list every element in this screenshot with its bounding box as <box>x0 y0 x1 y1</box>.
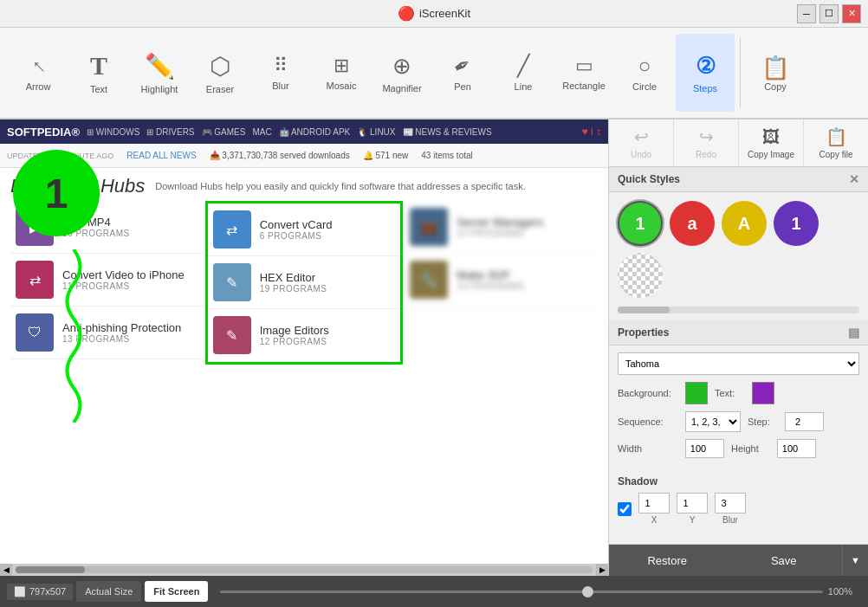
maximize-button[interactable]: ☐ <box>819 4 839 23</box>
tool-line[interactable]: ╱ Line <box>494 34 553 112</box>
close-button[interactable]: ✕ <box>842 4 861 23</box>
magnifier-icon: ⊕ <box>392 53 411 80</box>
scroll-thumb[interactable] <box>16 566 85 573</box>
font-row: Tahoma Arial Verdana <box>618 352 859 375</box>
shadow-blur-col: Blur <box>715 493 746 525</box>
nav-android[interactable]: 🤖 ANDROID APK <box>279 127 351 137</box>
style-purple[interactable]: 1 <box>774 201 819 246</box>
panel-spacer <box>609 532 868 544</box>
softpedia-logo: SOFTPEDIA® <box>7 126 80 139</box>
copy-icon: 📋 <box>761 55 789 81</box>
nav-linux[interactable]: 🐧 LINUX <box>357 127 395 137</box>
hub-col-middle: ⇄ Convert vCard 6 PROGRAMS ✎ HEX Editor … <box>205 201 404 365</box>
tool-text[interactable]: T Text <box>69 34 128 112</box>
shadow-x-input[interactable] <box>638 493 670 513</box>
style-green[interactable]: 1 <box>618 201 663 246</box>
hub-icon-antiphishing: 🛡 <box>16 313 54 352</box>
hub-name-server-managers: Server Managers <box>457 216 543 229</box>
redo-icon: ↪ <box>699 126 714 147</box>
sequence-select[interactable]: 1, 2, 3, A, B, C, a, b, c, <box>685 411 741 432</box>
tool-eraser[interactable]: ⬡ Eraser <box>191 34 249 112</box>
right-toolbar: ↩ Undo ↪ Redo 🖼 Copy Image 📋 Copy file <box>609 119 868 167</box>
copy-image-button[interactable]: 🖼 Copy Image <box>739 119 804 166</box>
hub-item-convert-video[interactable]: ⇄ Convert Video to iPhone 11 PROGRAMS <box>10 254 204 307</box>
tool-highlight[interactable]: ✏️ Highlight <box>130 34 189 112</box>
hub-item-server-managers[interactable]: 💼 Server Managers 14 PROGRAMS <box>405 201 598 254</box>
scroll-track[interactable] <box>16 566 593 573</box>
hub-count-image-editors: 12 PROGRAMS <box>260 337 329 346</box>
quick-styles-close-icon[interactable]: ✕ <box>849 172 859 186</box>
tool-highlight-label: Highlight <box>141 84 178 94</box>
style-red[interactable]: a <box>670 201 715 246</box>
tool-mosaic[interactable]: ⊞ Mosaic <box>312 34 371 112</box>
font-select[interactable]: Tahoma Arial Verdana <box>618 352 859 375</box>
nav-drivers[interactable]: ⊞ DRIVERS <box>146 127 194 137</box>
background-color-swatch[interactable] <box>685 382 708 404</box>
text-color-swatch[interactable] <box>752 382 774 404</box>
hub-icon-hex-editor: ✎ <box>213 263 251 301</box>
tool-steps-label: Steps <box>693 83 717 94</box>
copy-file-button[interactable]: 📋 Copy file <box>804 119 868 166</box>
hub-item-image-editors[interactable]: ✎ Image Editors 12 PROGRAMS <box>208 309 401 362</box>
style-checkerboard[interactable] <box>618 253 663 298</box>
quick-styles-scrollbar[interactable] <box>618 307 859 313</box>
save-button[interactable]: Save <box>726 545 843 576</box>
style-yellow[interactable]: A <box>722 201 767 246</box>
hub-icon-image-editors: ✎ <box>213 316 251 354</box>
window-controls[interactable]: ─ ☐ ✕ <box>797 4 861 23</box>
scroll-left-arrow[interactable]: ◀ <box>0 564 12 576</box>
tool-pen[interactable]: ✒ Pen <box>433 34 492 112</box>
hub-count-convert-vcard: 6 PROGRAMS <box>260 231 333 241</box>
shadow-blur-label: Blur <box>722 515 738 525</box>
nav-mac[interactable]: MAC <box>252 127 271 137</box>
save-more-button[interactable]: ▼ <box>842 545 868 576</box>
properties-collapse-icon[interactable]: ▤ <box>848 326 859 339</box>
hub-item-convert-vcard[interactable]: ⇄ Convert vCard 6 PROGRAMS <box>208 203 401 256</box>
height-input[interactable] <box>777 439 816 458</box>
main-toolbar: ↑ Arrow T Text ✏️ Highlight ⬡ Eraser ⠿ B… <box>0 28 868 119</box>
tool-magnifier-label: Magnifier <box>382 83 421 94</box>
hub-item-make-3gp[interactable]: 🔧 Make 3GP 10 PROGRAMS <box>405 254 598 307</box>
tool-circle[interactable]: ○ Circle <box>615 34 674 112</box>
fit-screen-button[interactable]: Fit Screen <box>145 581 208 602</box>
tool-arrow[interactable]: ↑ Arrow <box>9 34 68 112</box>
canvas-size: ⬜ 797x507 <box>7 584 73 600</box>
minimize-button[interactable]: ─ <box>797 4 816 23</box>
tool-rectangle[interactable]: ▭ Rectangle <box>554 34 613 112</box>
canvas-scrollbar[interactable]: ◀ ▶ <box>0 564 608 576</box>
shadow-y-input[interactable] <box>677 493 708 513</box>
zoom-slider-thumb[interactable] <box>582 586 593 597</box>
width-input[interactable] <box>685 439 724 458</box>
read-all-news[interactable]: READ ALL NEWS <box>126 151 196 160</box>
canvas-icon: ⬜ <box>14 586 26 597</box>
shadow-checkbox[interactable] <box>618 502 632 516</box>
tool-eraser-label: Eraser <box>206 84 234 94</box>
zoom-slider-track[interactable] <box>220 591 822 593</box>
nav-games[interactable]: 🎮 GAMES <box>202 127 246 137</box>
quick-styles-scrollbar-thumb[interactable] <box>618 307 670 313</box>
size-row: Width Height <box>618 439 859 458</box>
tool-magnifier[interactable]: ⊕ Magnifier <box>372 34 431 112</box>
hub-item-hex-editor[interactable]: ✎ HEX Editor 19 PROGRAMS <box>208 256 401 309</box>
actual-size-button[interactable]: Actual Size <box>76 581 141 602</box>
hub-name-make-3gp: Make 3GP <box>457 268 524 281</box>
canvas-area[interactable]: SOFTPEDIA® ⊞ WINDOWS ⊞ DRIVERS 🎮 GAMES M… <box>0 119 608 576</box>
shadow-blur-input[interactable] <box>715 493 746 513</box>
undo-button[interactable]: ↩ Undo <box>609 119 674 166</box>
tool-arrow-label: Arrow <box>26 81 51 92</box>
hub-item-antiphishing[interactable]: 🛡 Anti-phishing Protection 13 PROGRAMS <box>10 307 204 359</box>
step-input[interactable] <box>785 412 824 431</box>
nav-news[interactable]: 📰 NEWS & REVIEWS <box>403 127 492 137</box>
tool-steps[interactable]: ② Steps <box>676 34 735 112</box>
hub-info-hex-editor: HEX Editor 19 PROGRAMS <box>260 271 327 294</box>
copy-button[interactable]: 📋 Copy <box>746 34 805 112</box>
scroll-right-arrow[interactable]: ▶ <box>596 564 608 576</box>
tool-blur[interactable]: ⠿ Blur <box>251 34 310 112</box>
tool-line-label: Line <box>515 81 533 92</box>
nav-windows[interactable]: ⊞ WINDOWS <box>87 127 139 137</box>
hub-name-image-editors: Image Editors <box>260 324 329 337</box>
redo-button[interactable]: ↪ Redo <box>674 119 739 166</box>
hub-count-hex-editor: 19 PROGRAMS <box>260 284 327 294</box>
copy-file-icon: 📋 <box>826 126 847 147</box>
restore-button[interactable]: Restore <box>609 545 726 576</box>
